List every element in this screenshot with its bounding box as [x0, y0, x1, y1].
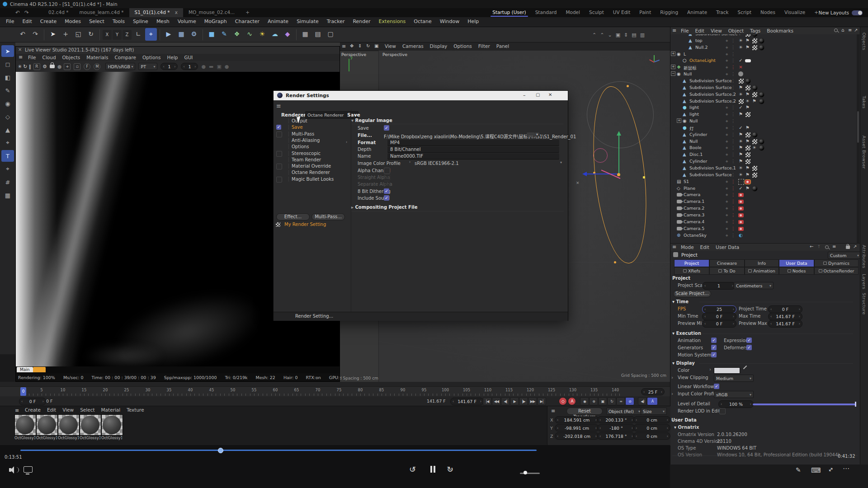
- flag-tag-icon[interactable]: ⚑: [745, 165, 750, 170]
- z-pos-spinner[interactable]: ‹-202.018 cm›: [555, 432, 599, 440]
- tab-Info[interactable]: Info: [745, 259, 779, 267]
- object-name[interactable]: 灯: [689, 125, 694, 131]
- live-viewer-menu-6[interactable]: Help: [164, 54, 181, 61]
- material-thumbnail-2[interactable]: [58, 414, 80, 436]
- sphere-tag-icon[interactable]: [759, 38, 764, 44]
- spline-point-bottom[interactable]: [614, 261, 616, 263]
- tree-row-top[interactable]: ▲top◆⋮☀⚑: [670, 38, 857, 44]
- sphere-icon[interactable]: ●: [57, 64, 62, 70]
- flag-tag-icon[interactable]: ⚑: [745, 186, 750, 191]
- deformer-icon[interactable]: ◆: [282, 28, 293, 40]
- settings-list-item-1[interactable]: Save: [288, 125, 303, 130]
- layer-dots-icon[interactable]: ⋮: [731, 212, 736, 217]
- material-thumbnail-4[interactable]: [101, 414, 123, 436]
- document-tab-4[interactable]: +: [240, 8, 255, 17]
- menu-item-0[interactable]: File: [2, 17, 18, 26]
- coords-mode-dropdown[interactable]: Object (Rel)▾: [606, 408, 642, 415]
- menu-item-10[interactable]: Character: [231, 17, 264, 26]
- redcam-tag-icon[interactable]: [738, 227, 744, 231]
- checker-tag-icon[interactable]: [752, 38, 758, 44]
- home-icon[interactable]: ⌂: [841, 28, 844, 33]
- object-name[interactable]: Camera.2: [684, 206, 704, 211]
- camera-icon[interactable]: ▤: [312, 28, 324, 40]
- material-thumbnail-3[interactable]: [80, 414, 101, 436]
- z-size-spinner[interactable]: ‹0 cm›: [633, 432, 670, 440]
- reset-transform-button[interactable]: Reset Transform: [566, 408, 603, 415]
- next-frame-button[interactable]: |▶: [519, 397, 528, 405]
- viewport-label[interactable]: Perspective: [382, 52, 407, 57]
- side-tab-attributes[interactable]: Attributes: [862, 245, 867, 268]
- tree-row-新鼠标[interactable]: +❖新鼠标◆⋮✕: [670, 64, 857, 71]
- tab-Cineware[interactable]: Cineware: [709, 259, 745, 267]
- object-manager-menu-4[interactable]: Tags: [747, 27, 764, 34]
- menu-item-14[interactable]: Render: [349, 17, 374, 26]
- object-name[interactable]: Cylinder: [689, 159, 707, 164]
- attr-popout-icon[interactable]: ↗: [853, 244, 857, 249]
- tree-row-OctaneLight[interactable]: ○OctaneLight◆⋮✓: [670, 57, 857, 64]
- tree-row-Disc.1[interactable]: ▲Disc.1◆⋮⚑: [670, 151, 857, 158]
- preset-dropdown[interactable]: Custom▾: [828, 252, 861, 259]
- tree-row-Subdivision Surface.1[interactable]: ▲Subdivision Surface.1◆⋮☀⚑: [670, 165, 857, 172]
- back-icon[interactable]: ←: [810, 244, 813, 249]
- live-viewer-hamburger-icon[interactable]: ≡: [19, 54, 23, 60]
- name-field[interactable]: Name0000.TIF: [387, 153, 559, 160]
- layer-dots-icon[interactable]: ⋮: [731, 165, 736, 170]
- tree-row-Subdivision Surface[interactable]: ▲Subdivision Surface◆⋮: [670, 78, 857, 84]
- sun-tag-icon[interactable]: ☀: [745, 99, 750, 103]
- flag-tag-icon[interactable]: ⚑: [738, 145, 743, 150]
- dither-checkbox[interactable]: ✓: [384, 188, 389, 194]
- list-checkbox-2[interactable]: [276, 131, 282, 137]
- tree-row-Camera.3[interactable]: Camera.3◆⋮: [670, 212, 857, 219]
- material-menu-3[interactable]: Select: [77, 406, 98, 413]
- layer-dots-icon[interactable]: ⋮: [731, 92, 736, 97]
- sun-tag-icon[interactable]: ☀: [738, 45, 743, 50]
- list-checkbox-9[interactable]: [276, 177, 282, 183]
- expression-checkbox[interactable]: ✓: [746, 338, 752, 343]
- checker-tag-icon[interactable]: [738, 99, 744, 104]
- icp-expander[interactable]: ›: [409, 160, 410, 164]
- layer-dots-icon[interactable]: ⋮: [731, 186, 736, 191]
- halfmoon-tag-icon[interactable]: ◐: [738, 233, 743, 238]
- viewport-menu-3[interactable]: Options: [450, 42, 475, 50]
- attribute-menu-1[interactable]: Edit: [697, 244, 712, 251]
- object-manager-menu-3[interactable]: Object: [725, 27, 747, 34]
- checker-tag-icon[interactable]: [745, 159, 751, 164]
- left-texture-axis-icon[interactable]: T: [1, 150, 14, 162]
- settings-list-item-7[interactable]: Material Override: [288, 164, 331, 169]
- checker-tag-icon[interactable]: [738, 78, 744, 84]
- flag-tag-icon[interactable]: ⚑: [745, 92, 750, 97]
- checker-tag-icon[interactable]: [745, 145, 751, 151]
- tab-XRefs[interactable]: XRefs: [674, 267, 709, 275]
- viewport-hamburger-icon[interactable]: ≡: [342, 43, 346, 49]
- viewport-menu-4[interactable]: Filter: [475, 42, 493, 50]
- viewport-menu-1[interactable]: Cameras: [399, 42, 427, 50]
- lock-render-icon[interactable]: [50, 65, 55, 68]
- tree-row-Null[interactable]: ▲Null◆⋮☀⚑: [670, 138, 857, 145]
- redo-icon[interactable]: ↷: [29, 28, 41, 40]
- settings-list-item-2[interactable]: Multi-Pass: [288, 131, 314, 136]
- left-pen-tool-icon[interactable]: ✎: [1, 84, 14, 96]
- live-viewer-close-icon[interactable]: ×: [18, 47, 22, 52]
- coords-size-dropdown[interactable]: Size▾: [641, 408, 667, 415]
- swap-vertical-icon[interactable]: ⇕: [624, 32, 628, 38]
- preview-max-spinner[interactable]: ‹141.67 F›: [768, 320, 802, 328]
- render-setting-footer[interactable]: Render Setting...: [295, 314, 333, 319]
- layer-dots-icon[interactable]: ⋮: [731, 58, 736, 63]
- menu-item-11[interactable]: Animate: [264, 17, 292, 26]
- go-to-start-button[interactable]: |◀: [483, 397, 492, 405]
- icp-dropdown-icon[interactable]: ▾: [560, 160, 562, 164]
- tree-row-L[interactable]: +◉L◆⋮: [670, 51, 857, 58]
- tree-row-灯[interactable]: ●灯◆⋮✓⚑: [670, 125, 857, 131]
- tree-row-Subdivision Surface.2[interactable]: ▲Subdivision Surface.2◆⋮☀⚑: [670, 98, 857, 105]
- render-view-icon[interactable]: ▶: [163, 28, 175, 40]
- level-of-detail-slider[interactable]: [753, 404, 856, 405]
- add-box-icon[interactable]: +: [64, 63, 71, 70]
- object-name[interactable]: 新鼠标: [684, 65, 697, 71]
- material-menu-5[interactable]: Texture: [123, 406, 147, 413]
- document-tab-1[interactable]: mouse_learn.c4d *: [74, 8, 129, 17]
- flag-tag-icon[interactable]: ⚑: [745, 139, 750, 144]
- list-checkbox-5[interactable]: [276, 151, 282, 157]
- tree-row-Subdivision Surface.2[interactable]: ▲Subdivision Surface.2◆⋮☀⚑: [670, 91, 857, 98]
- file-dropdown-icon[interactable]: ▾: [535, 132, 539, 136]
- tree-row-light[interactable]: ▲light◆⋮⚑: [670, 111, 857, 118]
